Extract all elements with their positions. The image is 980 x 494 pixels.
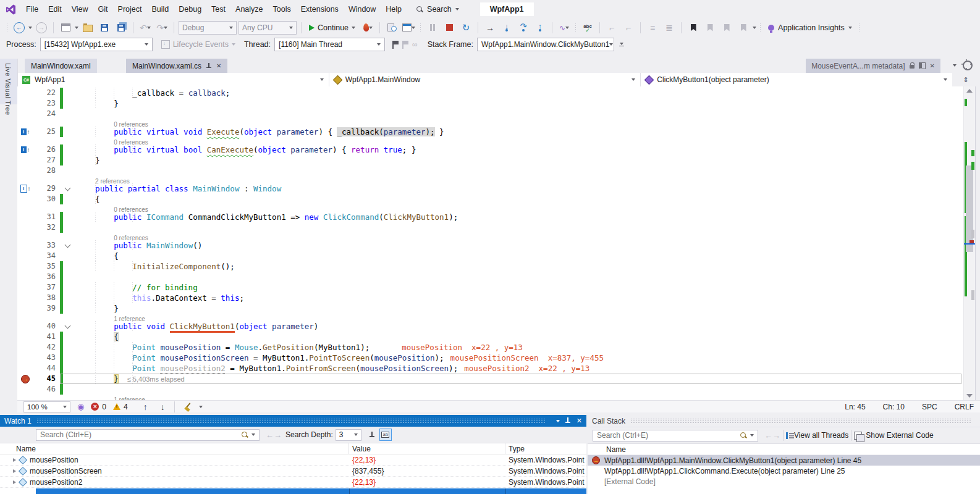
search-forward-icon[interactable]: → [772, 431, 780, 440]
codelens-text[interactable]: 1 reference [73, 314, 145, 321]
outlining-margin[interactable] [63, 194, 73, 204]
outlining-margin[interactable] [63, 353, 73, 363]
menu-project[interactable]: Project [113, 0, 147, 19]
column-name[interactable]: Name [0, 443, 349, 454]
menu-tools[interactable]: Tools [268, 0, 296, 19]
outlining-margin[interactable] [63, 144, 73, 155]
menu-window[interactable]: Window [344, 0, 381, 19]
breakpoint-margin[interactable] [17, 98, 33, 109]
spell-check-button[interactable]: abc✓ [580, 21, 595, 35]
outlining-margin[interactable] [63, 176, 73, 183]
undo-button[interactable]: ↶ [138, 21, 153, 35]
error-icon[interactable]: ✕ [91, 403, 99, 411]
expand-icon[interactable] [13, 458, 16, 462]
code-text[interactable]: } [73, 155, 100, 165]
code-text[interactable]: public ICommand CommandClickMyButton1 =>… [73, 212, 458, 222]
codelens-text[interactable]: 0 references [73, 233, 148, 240]
code-text[interactable]: public virtual bool CanExecute(object pa… [73, 144, 416, 155]
toolbar-overflow-button[interactable] [619, 43, 624, 47]
menu-build[interactable]: Build [146, 0, 174, 19]
outlining-margin[interactable] [63, 109, 73, 119]
column-value[interactable]: Value [349, 443, 505, 454]
callstack-search-box[interactable] [593, 430, 758, 442]
breakpoint-margin[interactable] [17, 363, 33, 374]
breakpoint-margin[interactable] [17, 353, 33, 363]
watch-row[interactable]: mousePositionScreen{837,455}System.Windo… [0, 466, 586, 477]
breakpoint-margin[interactable] [17, 272, 33, 282]
breakpoint-margin[interactable] [17, 155, 33, 165]
outlining-margin[interactable] [63, 165, 73, 176]
code-text[interactable] [73, 165, 77, 176]
breakpoint-margin[interactable] [17, 88, 33, 98]
outlining-margin[interactable] [63, 137, 73, 144]
close-tab-icon[interactable]: ✕ [930, 62, 935, 69]
outlining-margin[interactable] [63, 240, 73, 251]
code-text[interactable] [73, 384, 77, 395]
increase-indent-button[interactable]: ≣ [662, 21, 677, 35]
breakpoint-margin[interactable] [17, 342, 33, 353]
live-visual-tree-sidebar[interactable]: Live Visual Tree [0, 59, 18, 400]
menu-extensions[interactable]: Extensions [296, 0, 344, 19]
toggle-bookmark-button[interactable] [686, 21, 701, 35]
break-all-button[interactable] [425, 21, 440, 35]
outlining-margin[interactable] [63, 363, 73, 374]
breakpoint-margin[interactable] [17, 233, 33, 240]
navigate-back-button[interactable]: ← [12, 21, 27, 35]
redo-button[interactable]: ↷ [154, 21, 169, 35]
collapse-chevron-icon[interactable] [65, 323, 71, 329]
lifecycle-events-button[interactable]: Lifecycle Events [161, 40, 235, 49]
editor-vertical-scrollbar[interactable] [963, 86, 975, 400]
code-text[interactable]: public virtual void Execute(object param… [73, 127, 444, 137]
sync-with-active-document-button[interactable] [401, 21, 416, 35]
navigate-forward-button[interactable]: → [34, 21, 49, 35]
pin-icon[interactable] [565, 417, 571, 424]
code-text[interactable]: public partial class MainWindow : Window [73, 183, 281, 194]
outlining-margin[interactable] [63, 251, 73, 261]
watch-search-input[interactable] [40, 430, 239, 439]
outlining-margin[interactable] [63, 342, 73, 353]
breakpoint-margin[interactable] [17, 240, 33, 251]
continue-button[interactable]: Continue [306, 21, 358, 35]
show-next-statement-button[interactable]: → [483, 21, 497, 35]
outlining-margin[interactable] [63, 183, 73, 194]
outlining-margin[interactable] [63, 374, 73, 384]
type-dropdown[interactable]: WpfApp1.MainWindow [329, 73, 641, 86]
live-visual-tree-tab[interactable]: Live Visual Tree [4, 63, 12, 115]
expand-icon[interactable] [13, 480, 16, 484]
code-map-button[interactable]: ∿ [557, 21, 572, 35]
breakpoint-margin[interactable]: → [17, 374, 33, 384]
code-text[interactable]: { [73, 332, 119, 342]
code-text[interactable]: }≤ 5,403ms elapsed [73, 374, 185, 384]
step-into-button[interactable]: ↓ [499, 21, 514, 35]
menu-debug[interactable]: Debug [174, 0, 206, 19]
breakpoint-margin[interactable] [17, 384, 33, 395]
chevron-down-icon[interactable] [75, 27, 78, 29]
menu-view[interactable]: View [67, 0, 93, 19]
menu-file[interactable]: File [21, 0, 43, 19]
stop-debugging-button[interactable] [442, 21, 457, 35]
code-text[interactable]: { [73, 194, 100, 204]
code-text[interactable]: _callback = callback; [73, 88, 230, 98]
code-cleanup-icon[interactable] [184, 403, 192, 411]
outlining-margin[interactable] [63, 272, 73, 282]
code-text[interactable]: Point mousePosition2 = MyButton1.PointFr… [73, 363, 589, 374]
callstack-frame[interactable]: WpfApp1.dll!WpfApp1.ClickCommand.Execute… [588, 466, 980, 476]
scroll-down-icon[interactable] [966, 394, 973, 398]
breakpoint-margin[interactable] [17, 314, 33, 321]
close-tab-icon[interactable]: ✕ [216, 62, 221, 69]
scroll-up-icon[interactable] [966, 89, 973, 93]
window-position-icon[interactable] [556, 420, 560, 422]
process-combo[interactable]: [15432] WpfApp1.exe [40, 38, 153, 51]
hot-reload-button[interactable] [360, 21, 375, 35]
breakpoint-margin[interactable] [17, 261, 33, 272]
callstack-frame[interactable]: →WpfApp1.dll!WpfApp1.MainWindow.ClickMyB… [588, 455, 980, 466]
codelens-text[interactable]: 1 reference [73, 395, 145, 400]
callstack-frame[interactable]: [External Code] [588, 476, 980, 487]
outlining-margin[interactable] [63, 314, 73, 321]
collapse-chevron-icon[interactable] [65, 242, 71, 248]
search-forward-icon[interactable]: → [274, 430, 282, 440]
search-depth-combo[interactable]: 3 [336, 429, 361, 441]
callstack-search-input[interactable] [597, 431, 737, 440]
thread-combo[interactable]: [1160] Main Thread [274, 38, 385, 51]
breakpoint-margin[interactable] [17, 119, 33, 127]
